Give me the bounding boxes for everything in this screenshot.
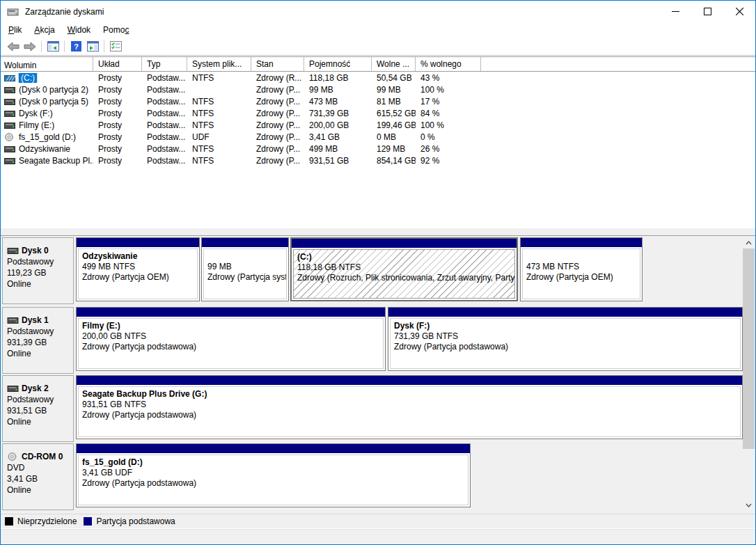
toolbar: ? [1,38,755,56]
graphical-pane: Dysk 0 Podstawowy 119,23 GB Online Odzys… [1,236,755,514]
volume-name: Dysk (F:) [19,109,53,118]
maximize-icon [704,8,711,15]
partition-color-bar [521,238,642,247]
disk1-label[interactable]: Dysk 1 Podstawowy 931,39 GB Online [2,307,74,374]
partition-filmy-e[interactable]: Filmy (E:) 200,00 GB NTFS Zdrowy (Partyc… [76,307,386,371]
partition-seagate-g[interactable]: Seagate Backup Plus Drive (G:) 931,51 GB… [76,375,743,439]
cdrom0-label[interactable]: CD-ROM 0 DVD 3,41 GB Online [2,443,74,510]
column-header-stan[interactable]: Stan [251,57,304,71]
column-header-uklad[interactable]: Układ [93,57,142,71]
menu-plik[interactable]: Plik [2,22,28,38]
toolbar-separator [64,40,65,52]
titlebar: Zarządzanie dyskami [1,1,755,22]
chevron-down-icon [746,503,752,507]
partition-fs15gold-d[interactable]: fs_15_gold (D:) 3,41 GB UDF Zdrowy (Part… [76,443,471,507]
disk2-label[interactable]: Dysk 2 Podstawowy 931,51 GB Online [2,375,74,442]
disk-kind: DVD [7,462,69,473]
window-title: Zarządzanie dyskami [25,7,104,17]
disk-management-window: Zarządzanie dyskami Plik Akcja Widok Pom… [0,0,756,545]
help-icon: ? [71,41,81,52]
action-pane-icon [87,41,99,52]
volume-name: (C:) [19,73,37,83]
pane-splitter[interactable] [1,228,755,236]
toolbar-separator [104,40,104,52]
legend-bar: Nieprzydzielone Partycja podstawowa [1,514,755,528]
partition-c-selected[interactable]: (C:) 118,18 GB NTFS Zdrowy (Rozruch, Pli… [290,237,518,301]
disk-icon [7,384,19,393]
column-header-pojemnosc[interactable]: Pojemność [304,57,372,71]
minimize-icon [672,8,679,15]
disk-kind: Podstawowy [7,256,69,267]
disk-row-2: Dysk 2 Podstawowy 931,51 GB Online Seaga… [2,375,743,442]
volume-row-dysk0-part5[interactable]: (Dysk 0 partycja 5) Prosty Podstaw... NT… [1,95,755,107]
disk-kind: Podstawowy [7,394,69,405]
vertical-scrollbar[interactable] [743,237,755,511]
scroll-up-button[interactable] [743,237,755,248]
disk-size: 931,51 GB [7,405,69,416]
disk-icon [4,86,15,94]
partition-color-bar [202,238,288,247]
app-icon [7,6,19,17]
customize-view-icon [110,41,122,52]
volume-row-odzyskiwanie[interactable]: Odzyskiwanie Prosty Podstaw... NTFS Zdro… [1,143,755,155]
customize-view-button[interactable] [107,39,124,54]
disk-kind: Podstawowy [7,326,69,337]
volume-row-dysk-f[interactable]: Dysk (F:) Prosty Podstaw... NTFS Zdrowy … [1,107,755,119]
console-tree-icon [47,41,59,52]
disk-size: 3,41 GB [7,473,69,484]
volume-row-dysk0-part2[interactable]: (Dysk 0 partycja 2) Prosty Podstaw... Zd… [1,84,755,95]
partition-color-bar [77,444,470,453]
volume-name: (Dysk 0 partycja 5) [19,97,88,106]
toolbar-separator [41,40,42,52]
minimize-button[interactable] [659,1,691,22]
svg-text:?: ? [74,42,79,51]
disk-status: Online [7,416,69,427]
unallocated-swatch [5,517,13,526]
volume-row-fs15gold-d[interactable]: fs_15_gold (D:) Prosty Podstaw... UDF Zd… [1,131,755,143]
partition-odzyskiwanie[interactable]: Odzyskiwanie 499 MB NTFS Zdrowy (Partycj… [76,237,200,301]
volume-row-c[interactable]: (C:) Prosty Podstaw... NTFS Zdrowy (R...… [1,72,755,84]
close-button[interactable] [723,1,755,22]
column-header-typ[interactable]: Typ [142,57,187,71]
disk-icon [4,121,15,129]
column-header-wolne[interactable]: Wolne ... [372,57,416,71]
menu-akcja[interactable]: Akcja [28,22,61,38]
column-header-system-plikow[interactable]: System plik... [187,57,251,71]
chevron-up-icon [746,241,752,245]
scrollbar-thumb[interactable] [743,248,755,449]
forward-arrow-icon [24,42,36,52]
menu-pomoc[interactable]: Pomoc [97,22,135,38]
maximize-button[interactable] [691,1,723,22]
help-button[interactable]: ? [68,39,84,54]
column-header-wolumin[interactable]: Wolumin [1,57,93,71]
forward-button[interactable] [22,39,38,54]
partition-dysk-f[interactable]: Dysk (F:) 731,39 GB NTFS Zdrowy (Partycj… [388,307,743,371]
show-console-tree-button[interactable] [45,39,61,54]
cd-icon [7,452,19,461]
volume-row-seagate[interactable]: Seagate Backup Pl... Prosty Podstaw... N… [1,155,755,166]
partition-system-99mb[interactable]: 99 MB Zdrowy (Partycja systemowa) [201,237,289,301]
disk-icon [4,109,15,118]
status-bar [1,529,755,545]
show-action-pane-button[interactable] [84,39,101,54]
disk-status: Online [7,484,69,496]
column-header-pct-wolnego[interactable]: % wolnego [416,57,481,71]
volume-list-header: Wolumin Układ Typ System plik... Stan Po… [1,57,755,72]
disk-size: 931,39 GB [7,337,69,348]
disk-icon [7,246,19,255]
disk-icon [7,316,19,324]
volume-name: fs_15_gold (D:) [19,132,76,142]
cdrom-row: CD-ROM 0 DVD 3,41 GB Online fs_15_gold (… [2,443,743,510]
legend-primary-partition: Partycja podstawowa [84,516,175,526]
disk0-label[interactable]: Dysk 0 Podstawowy 119,23 GB Online [2,237,74,304]
partition-oem-473mb[interactable]: 473 MB NTFS Zdrowy (Partycja OEM) [520,237,643,301]
menu-widok[interactable]: Widok [61,22,97,38]
partition-color-bar [388,308,742,317]
volume-name: Seagate Backup Pl... [19,156,93,166]
volume-list-pane: Wolumin Układ Typ System plik... Stan Po… [1,56,755,228]
partition-color-bar [77,376,742,385]
volume-row-filmy-e[interactable]: Filmy (E:) Prosty Podstaw... NTFS Zdrowy… [1,119,755,131]
disk-icon [4,97,15,106]
scroll-down-button[interactable] [743,499,755,511]
back-button[interactable] [5,39,22,54]
